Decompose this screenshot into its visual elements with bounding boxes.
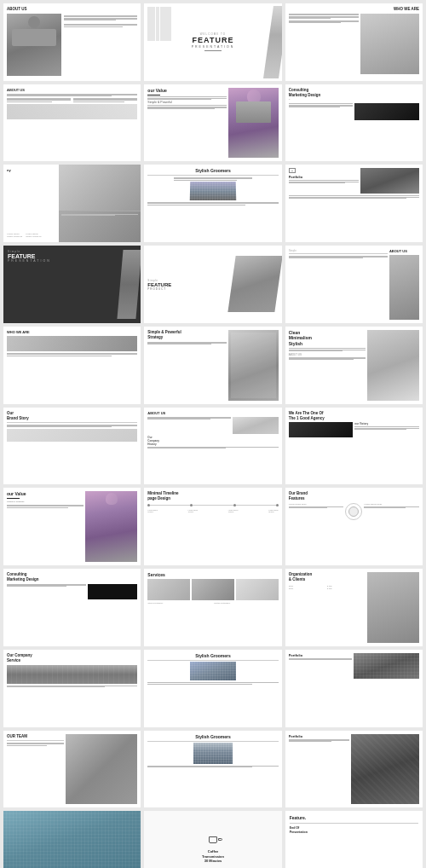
slide-20-date3: Lorem ipsumTempor	[228, 509, 239, 512]
slide-14[interactable]: Simple & PowerfulStrategy	[144, 327, 281, 404]
slide-20[interactable]: Minimal Timelinepage Design Lorem ipsumT…	[144, 488, 281, 565]
slide-8-title: Stylish Groomers	[147, 168, 278, 173]
slide-33-end: End OfPresentation	[290, 826, 418, 836]
slide-22-title: ConsultingMarketing Design	[7, 572, 137, 582]
slide-24-title: Organization& Clients	[289, 572, 366, 582]
slide-33-title: Feature.	[290, 815, 418, 820]
slide-7-label2: Lorem IpsumSimply Dollar 00	[26, 233, 41, 238]
slide-12-title: ABOUT US	[389, 249, 419, 253]
slide-12-simple: Simple	[289, 249, 388, 252]
slide-6[interactable]: ConsultingMarketing Design S	[285, 84, 423, 162]
slide-28-title: OUR TEAM	[7, 734, 64, 739]
slide-8[interactable]: Stylish Groomers	[144, 165, 281, 242]
slides-grid: ABOUT US	[0, 0, 426, 868]
slide-24-c1: ▸ Item	[289, 585, 327, 587]
slide-7[interactable]: ny Lorem IpsumSimply Dollar 00 Lorem Ips…	[3, 165, 141, 242]
slide-16[interactable]: OurBrand Story	[3, 408, 141, 485]
slide-14-title: Simple & PowerfulStrategy	[147, 330, 227, 340]
slide-11[interactable]: Simple FEATURE PRODUCT	[144, 246, 281, 323]
slide-15[interactable]: CleanMinimalismStylish ABOUT US	[285, 327, 423, 404]
slide-20-date4: Lorem ipsumTempor	[268, 509, 279, 512]
slide-13[interactable]: WHO WE ARE	[3, 327, 141, 404]
slide-12[interactable]: Simple ABOUT US	[285, 246, 423, 323]
slide-32-title: CoffeeTransmission30 Minutes	[202, 849, 224, 863]
slide-18[interactable]: We Are The One OfThe 1 Good Agency our V…	[285, 408, 423, 485]
slide-1-title: ABOUT US	[7, 7, 137, 11]
slide-23-label2: Creative Photography	[214, 602, 279, 604]
slide-27-title: Portfolio	[289, 653, 353, 657]
slide-24-c2: ▸ Item	[327, 585, 366, 587]
slide-29[interactable]: Stylish Groomers	[144, 731, 281, 808]
slide-3-title: WHO WE ARE	[394, 7, 419, 11]
slide-2-sub: PRESENTATION	[192, 45, 235, 49]
slide-9-icon: ▦	[291, 170, 293, 171]
slide-23-title: Services	[147, 572, 278, 577]
slide-25-title: Our CompanyService	[7, 653, 137, 663]
slide-17-company: OurCompanyHistory	[147, 436, 278, 446]
slide-29-title: Stylish Groomers	[147, 734, 278, 739]
slide-9[interactable]: ▦ Portfolio	[285, 165, 423, 242]
slide-32[interactable]: CoffeeTransmission30 Minutes	[144, 811, 281, 868]
slide-10[interactable]: Simple FEATURE PRESENTATION	[3, 246, 141, 323]
slide-21[interactable]: Our BrandFeatures Lorem ipsum Direc Lore…	[285, 488, 423, 565]
slide-15-title: CleanMinimalismStylish	[289, 330, 366, 347]
slide-18-victory: our Victory	[354, 422, 419, 425]
slide-24[interactable]: Organization& Clients ▸ Item ▸ Item ▸ It…	[285, 569, 423, 646]
slide-26-title: Stylish Groomers	[147, 653, 278, 658]
slide-5[interactable]: our Value Simple & Powerful	[144, 84, 281, 162]
slide-10-title: FEATURE	[8, 253, 136, 259]
slide-21-item2: Lorem ipsum Direc	[364, 503, 419, 506]
slide-6-sub: S	[289, 98, 419, 101]
slide-4-title: ABOUT US	[7, 88, 137, 92]
slide-21-title: Our BrandFeatures	[289, 491, 419, 501]
slide-23-label1: Interior Photography	[147, 602, 212, 604]
slide-15-about: ABOUT US	[289, 353, 366, 356]
slide-2-welcome: WELCOME TO	[192, 32, 235, 36]
slide-22[interactable]: ConsultingMarketing Design	[3, 569, 141, 646]
slide-28[interactable]: OUR TEAM	[3, 731, 141, 808]
slide-17[interactable]: ABOUT US OurCompanyHistory	[144, 408, 281, 485]
slide-7-label1: Lorem IpsumSimply Dollar 00	[7, 233, 22, 238]
slide-20-date1: Lorem ipsumTempor	[147, 509, 158, 512]
slide-30[interactable]: Portfolio	[285, 731, 423, 808]
slide-11-sub: PRODUCT	[147, 287, 223, 291]
slide-3[interactable]: WHO WE ARE	[285, 3, 423, 81]
slide-33[interactable]: Feature. End OfPresentation	[285, 811, 423, 868]
slide-18-title: We Are The One OfThe 1 Good Agency	[289, 411, 419, 421]
slide-27[interactable]: Portfolio	[285, 650, 423, 727]
slide-21-item1: Lorem ipsum Direc	[289, 503, 344, 506]
slide-1[interactable]: ABOUT US	[3, 3, 141, 81]
slide-25[interactable]: Our CompanyService	[3, 650, 141, 727]
slide-19-title: our Value	[7, 491, 83, 496]
slide-26[interactable]: Stylish Groomers	[144, 650, 281, 727]
slide-23[interactable]: Services Interior Photography Creative P…	[144, 569, 281, 646]
slide-10-sub: PRESENTATION	[8, 259, 136, 263]
slide-2[interactable]: WELCOME TO FEATURE PRESENTATION	[144, 3, 281, 81]
slide-19[interactable]: our Value Simple & Powerful	[3, 488, 141, 565]
slide-9-title: Portfolio	[289, 175, 359, 179]
slide-2-title: FEATURE	[192, 37, 235, 44]
slide-31[interactable]: Feature.	[3, 811, 141, 868]
slide-5-sub: Simple & Powerful	[147, 101, 227, 104]
slide-24-c4: ▸ Item	[327, 587, 366, 589]
slide-24-c3: ▸ Item	[289, 587, 327, 589]
slide-5-title: our Value	[147, 88, 227, 93]
slide-20-date2: Lorem ipsumTempor	[188, 509, 199, 512]
slide-17-title: ABOUT US	[147, 411, 278, 415]
slide-16-title: OurBrand Story	[7, 411, 137, 421]
slide-6-title: ConsultingMarketing Design	[289, 88, 419, 98]
slide-30-title: Portfolio	[289, 734, 350, 738]
slide-7-title: ny	[7, 168, 11, 172]
slide-19-sub: Simple & Powerful	[7, 501, 83, 503]
slide-20-title: Minimal Timelinepage Design	[147, 491, 278, 501]
slide-4[interactable]: ABOUT US	[3, 84, 141, 162]
slide-13-title: WHO WE ARE	[7, 330, 137, 334]
